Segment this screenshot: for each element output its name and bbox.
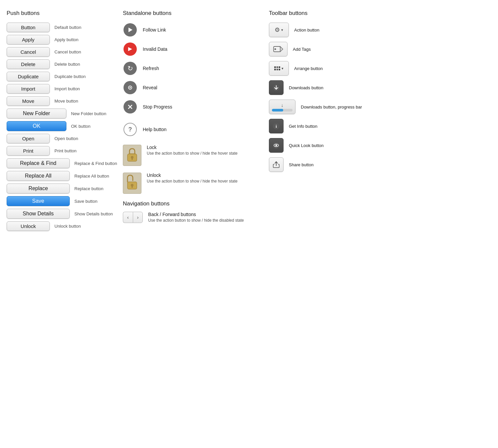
add-tags-button[interactable] — [269, 42, 288, 56]
standalone-row-reveal: Reveal — [123, 80, 259, 95]
lock-sub-label: Use the action button to show / hide the… — [147, 151, 238, 156]
stop-progress-button[interactable] — [124, 100, 137, 113]
open-button[interactable]: Open — [7, 134, 50, 143]
invalid-data-button[interactable] — [124, 42, 137, 56]
print-button[interactable]: Print — [7, 146, 50, 156]
refresh-icon-container: ↻ — [123, 61, 137, 76]
cancel-button-label: Cancel button — [54, 49, 81, 54]
replace-button[interactable]: Replace — [7, 184, 70, 193]
share-label: Share button — [289, 162, 313, 167]
unlock-push-button[interactable]: Unlock — [7, 221, 50, 231]
action-button[interactable]: ⚙ ▾ — [269, 23, 289, 37]
lock-button[interactable] — [123, 145, 141, 166]
arrange-button-label: Arrange button — [294, 66, 323, 71]
duplicate-button-label: Duplicate button — [54, 74, 86, 79]
stop-progress-icon-container — [123, 100, 137, 114]
print-button-label: Print button — [54, 148, 77, 153]
nav-main-label: Back / Forward buttons — [148, 212, 244, 217]
share-button[interactable] — [269, 157, 284, 172]
help-icon-container: ? — [123, 122, 137, 137]
push-buttons-section: Push buttons Button Default button Apply… — [7, 10, 120, 234]
follow-link-button[interactable] — [124, 23, 137, 37]
unlock-sub-label: Use the action button to show / hide the… — [147, 179, 238, 184]
apply-button[interactable]: Apply — [7, 35, 50, 44]
lock-main-label: Lock — [147, 145, 238, 150]
help-label: Help button — [143, 127, 167, 132]
delete-button[interactable]: Delete — [7, 59, 50, 69]
cancel-button[interactable]: Cancel — [7, 47, 50, 57]
nav-button-group: ‹ › — [123, 212, 143, 223]
gear-icon: ⚙ — [275, 26, 280, 34]
arrange-button[interactable]: ▾ — [269, 61, 289, 76]
main-layout: Push buttons Button Default button Apply… — [7, 10, 491, 234]
standalone-row-unlock: Unlock Use the action button to show / h… — [123, 173, 259, 194]
standalone-row-stop-progress: Stop Progress — [123, 100, 259, 114]
downloads-progress-fill — [272, 109, 283, 112]
nav-label-group: Back / Forward buttons Use the action bu… — [148, 212, 244, 223]
help-button[interactable]: ? — [124, 123, 137, 136]
action-button-label: Action button — [294, 28, 319, 33]
toolbar-buttons-title: Toolbar buttons — [269, 10, 412, 17]
quick-look-button[interactable] — [269, 138, 284, 153]
button-row-import: Import Import button — [7, 84, 120, 94]
toolbar-row-action: ⚙ ▾ Action button — [269, 23, 412, 37]
svg-point-22 — [276, 145, 277, 146]
refresh-label: Refresh — [143, 66, 159, 71]
chevron-down-icon: ▾ — [281, 28, 283, 32]
invalid-data-label: Invalid Data — [143, 46, 167, 52]
toolbar-row-downloads-progress: ↓ Downloads button, progress bar — [269, 100, 412, 114]
toolbar-row-tags: Add Tags — [269, 42, 412, 56]
refresh-button[interactable]: ↻ — [124, 62, 137, 75]
new-folder-button-label: New Folder button — [71, 111, 106, 116]
move-button[interactable]: Move — [7, 96, 50, 106]
svg-marker-1 — [128, 47, 132, 51]
reveal-button[interactable] — [124, 81, 137, 94]
svg-text:i: i — [276, 124, 277, 129]
apply-button-label: Apply button — [54, 37, 78, 42]
standalone-row-lock: Lock Use the action button to show / hid… — [123, 145, 259, 166]
forward-button[interactable]: › — [133, 212, 143, 223]
toolbar-row-arrange: ▾ Arrange button — [269, 61, 412, 76]
replace-all-button-label: Replace All button — [74, 174, 109, 179]
default-button[interactable]: Button — [7, 23, 50, 32]
replace-find-button-label: Replace & Find button — [74, 161, 117, 166]
toolbar-buttons-section: Toolbar buttons ⚙ ▾ Action button Add Ta… — [259, 10, 412, 177]
toolbar-row-info: i Get Info button — [269, 119, 412, 133]
standalone-buttons-title: Standalone buttons — [123, 10, 259, 17]
svg-rect-12 — [131, 186, 133, 188]
button-row-show-details: Show Details Show Details button — [7, 209, 120, 219]
svg-marker-0 — [128, 28, 132, 32]
duplicate-button[interactable]: Duplicate — [7, 72, 50, 81]
svg-marker-15 — [280, 46, 283, 52]
new-folder-button[interactable]: New Folder — [7, 109, 66, 118]
save-button[interactable]: Save — [7, 196, 70, 206]
arrange-chevron-icon: ▾ — [282, 66, 284, 71]
button-row-replace-all: Replace All Replace All button — [7, 171, 120, 181]
downloads-progress-label: Downloads button, progress bar — [301, 105, 362, 110]
button-row-default: Button Default button — [7, 23, 120, 32]
lock-label-group: Lock Use the action button to show / hid… — [147, 145, 238, 156]
show-details-button[interactable]: Show Details — [7, 209, 70, 219]
replace-find-button[interactable]: Replace & Find — [7, 158, 70, 168]
button-row-open: Open Open button — [7, 134, 120, 143]
back-button[interactable]: ‹ — [123, 212, 133, 223]
standalone-row-invalid-data: Invalid Data — [123, 42, 259, 56]
import-button[interactable]: Import — [7, 84, 50, 94]
get-info-button[interactable]: i — [269, 119, 284, 133]
unlock-button[interactable] — [123, 173, 141, 194]
button-row-cancel: Cancel Cancel button — [7, 47, 120, 57]
replace-all-button[interactable]: Replace All — [7, 171, 70, 181]
save-button-label: Save button — [74, 199, 97, 204]
button-row-print: Print Print button — [7, 146, 120, 156]
standalone-row-follow-link: Follow Link — [123, 23, 259, 37]
add-tags-label: Add Tags — [293, 47, 311, 52]
unlock-label-group: Unlock Use the action button to show / h… — [147, 173, 238, 184]
ok-button-label: OK button — [71, 124, 91, 129]
svg-point-3 — [129, 87, 131, 88]
ok-button[interactable]: OK — [7, 121, 66, 131]
replace-button-label: Replace button — [74, 186, 103, 191]
button-row-duplicate: Duplicate Duplicate button — [7, 72, 120, 81]
button-row-replace: Replace Replace button — [7, 184, 120, 193]
downloads-progress-button[interactable]: ↓ — [269, 100, 295, 114]
downloads-button[interactable] — [269, 80, 284, 95]
